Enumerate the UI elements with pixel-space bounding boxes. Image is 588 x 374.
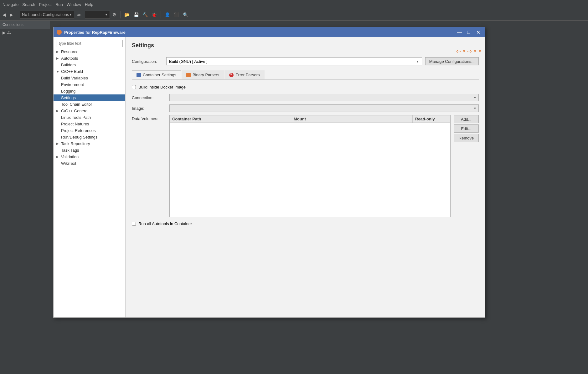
prev-page-dropdown[interactable]: ▼ xyxy=(462,49,466,53)
tab-label-binary: Binary Parsers xyxy=(193,73,219,77)
dialog-body: ▶ Resource ▶ Autotools ▶ Builders xyxy=(54,37,485,317)
next-page-button[interactable]: ⇨ xyxy=(467,48,472,55)
nav-item-task-tags[interactable]: ▶ Task Tags xyxy=(54,147,125,154)
nav-label-cpp-general: C/C++ General xyxy=(61,109,88,113)
nav-item-cpp-general[interactable]: ▶ C/C++ General xyxy=(54,108,125,114)
nav-item-environment[interactable]: Environment xyxy=(54,81,125,88)
config-dropdown[interactable]: Build (GNU) [ Active ] ▼ xyxy=(166,57,422,65)
open-button[interactable]: 📂 xyxy=(123,12,131,18)
menu-navigate[interactable]: Navigate xyxy=(3,2,18,7)
nav-label-autotools: Autotools xyxy=(61,56,78,61)
tab-error-parsers[interactable]: Error Parsers xyxy=(224,70,264,79)
nav-item-resource[interactable]: ▶ Resource xyxy=(54,48,125,55)
nav-label-resource: Resource xyxy=(61,49,79,54)
launch-config-dropdown[interactable]: No Launch Configurations ▼ xyxy=(20,11,74,19)
sidebar-arrow-icon: ▶ xyxy=(3,30,6,35)
config-dropdown-arrow: ▼ xyxy=(416,60,419,63)
col-header-readonly: Read-only xyxy=(413,115,450,123)
binary-parsers-icon xyxy=(186,73,191,77)
nav-label-linux-tools: Linux Tools Path xyxy=(61,115,91,120)
expand-icon-validation: ▶ xyxy=(56,155,60,159)
nav-item-run-debug[interactable]: ▶ Run/Debug Settings xyxy=(54,134,125,140)
dialog-close-button[interactable]: ✕ xyxy=(474,28,482,36)
config-label: Configuration: xyxy=(132,59,163,64)
toolbar: ◀ ▶ No Launch Configurations ▼ on: --- ▼… xyxy=(0,9,588,21)
prev-page-button[interactable]: ⇦ xyxy=(456,48,461,55)
dialog-minimize-button[interactable]: — xyxy=(456,28,463,36)
nav-label-cpp-build: C/C++ Build xyxy=(61,69,83,74)
nav-arrows: ⇦ ▼ ⇨ ▼ ▼ xyxy=(456,48,482,55)
expand-button[interactable]: ▼ xyxy=(478,49,482,53)
on-dropdown[interactable]: --- ▼ xyxy=(85,11,110,19)
data-volumes-label: Data Volumes: xyxy=(132,115,166,121)
connection-arrow: ▼ xyxy=(473,96,477,99)
user-button[interactable]: 👤 xyxy=(163,12,171,18)
main-area: Connections ▶ 🖧 Properties for RepRapFir… xyxy=(0,21,588,374)
tab-container-settings[interactable]: Container Settings xyxy=(132,70,181,79)
error-parsers-icon xyxy=(229,73,234,77)
nav-item-project-references[interactable]: ▶ Project References xyxy=(54,127,125,134)
nav-item-cpp-build[interactable]: ▼ C/C++ Build xyxy=(54,68,125,75)
nav-item-validation[interactable]: ▶ Validation xyxy=(54,154,125,160)
toolbar-separator-1 xyxy=(17,11,17,18)
nav-label-project-natures: Project Natures xyxy=(61,122,89,126)
menu-window[interactable]: Window xyxy=(67,2,81,7)
tabs-row: Container Settings Binary Parsers Error … xyxy=(132,70,479,80)
connection-dropdown[interactable]: ▼ xyxy=(169,94,479,101)
tab-binary-parsers[interactable]: Binary Parsers xyxy=(182,70,224,79)
nav-tree: ▶ Resource ▶ Autotools ▶ Builders xyxy=(54,37,126,317)
back-button[interactable]: ◀ xyxy=(1,12,7,18)
dialog-maximize-button[interactable]: □ xyxy=(465,28,472,36)
menu-search[interactable]: Search xyxy=(22,2,35,7)
nav-item-autotools[interactable]: ▶ Autotools xyxy=(54,55,125,62)
nav-item-project-natures[interactable]: ▶ Project Natures xyxy=(54,121,125,127)
volumes-section: Container Path Mount Read-only Add... Ed… xyxy=(169,115,479,217)
dialog-title-text: Properties for RepRapFirmware xyxy=(57,30,126,35)
volumes-buttons: Add... Edit... Remove xyxy=(454,115,479,142)
forward-button[interactable]: ▶ xyxy=(8,12,14,18)
next-page-dropdown[interactable]: ▼ xyxy=(473,49,477,53)
nav-item-build-variables[interactable]: Build Variables xyxy=(54,75,125,81)
nav-label-task-tags: Task Tags xyxy=(61,148,79,153)
build-inside-checkbox[interactable] xyxy=(132,85,136,89)
nav-item-linux-tools[interactable]: ▶ Linux Tools Path xyxy=(54,114,125,121)
build-button[interactable]: 🔨 xyxy=(141,12,149,18)
col-header-mount: Mount xyxy=(291,115,413,123)
search-toolbar-button[interactable]: 🔍 xyxy=(182,12,189,18)
nav-item-task-repository[interactable]: ▶ Task Repository xyxy=(54,140,125,147)
properties-dialog: Properties for RepRapFirmware — □ ✕ ▶ Re… xyxy=(53,27,485,318)
nav-item-settings[interactable]: Settings xyxy=(54,94,125,101)
tab-label-container: Container Settings xyxy=(143,73,176,77)
menu-run[interactable]: Run xyxy=(55,2,63,7)
volumes-table-body xyxy=(170,123,450,217)
settings-button[interactable]: ⚙ xyxy=(111,12,118,18)
col-header-container-path: Container Path xyxy=(170,115,291,123)
edit-volume-button[interactable]: Edit... xyxy=(454,124,479,133)
config-value: Build (GNU) [ Active ] xyxy=(169,59,208,64)
menu-help[interactable]: Help xyxy=(85,2,93,7)
image-dropdown[interactable]: ▼ xyxy=(169,104,479,112)
layout-button[interactable]: ⬛ xyxy=(173,12,180,18)
sidebar-connections-item[interactable]: ▶ 🖧 xyxy=(0,29,50,36)
on-label: on: xyxy=(75,12,84,17)
expand-icon-cpp-build: ▼ xyxy=(56,70,60,73)
content-area: ⇦ ▼ ⇨ ▼ ▼ Settings Configuration: Build … xyxy=(126,37,485,317)
filter-input[interactable] xyxy=(56,40,123,47)
add-volume-button[interactable]: Add... xyxy=(454,115,479,123)
nav-item-logging[interactable]: Logging xyxy=(54,88,125,94)
nav-label-project-references: Project References xyxy=(61,128,96,133)
nav-label-task-repository: Task Repository xyxy=(61,141,90,146)
run-autotools-label: Run all Autotools in Container xyxy=(138,221,192,226)
nav-item-toolchain-editor[interactable]: Tool Chain Editor xyxy=(54,101,125,108)
remove-volume-button[interactable]: Remove xyxy=(454,134,479,142)
run-autotools-checkbox[interactable] xyxy=(132,222,136,226)
nav-label-environment: Environment xyxy=(61,82,84,87)
volumes-table: Container Path Mount Read-only xyxy=(169,115,451,217)
on-dropdown-arrow: ▼ xyxy=(105,13,108,16)
nav-item-wikitext[interactable]: ▶ WikiText xyxy=(54,160,125,167)
nav-item-builders[interactable]: ▶ Builders xyxy=(54,62,125,68)
save-button[interactable]: 💾 xyxy=(132,12,140,18)
debug-button[interactable]: 🐞 xyxy=(150,12,158,18)
menu-project[interactable]: Project xyxy=(39,2,52,7)
manage-configurations-button[interactable]: Manage Configurations... xyxy=(425,57,479,65)
